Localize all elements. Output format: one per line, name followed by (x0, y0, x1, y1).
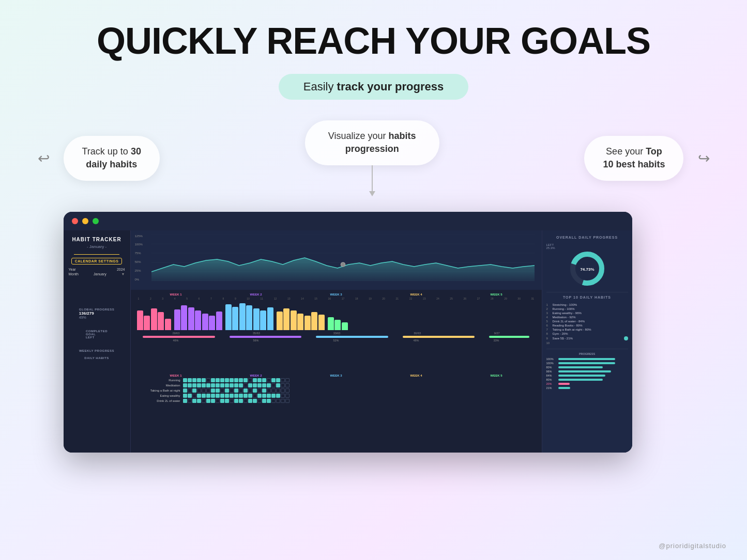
cb[interactable] (271, 388, 276, 393)
cb[interactable] (262, 378, 266, 382)
cb[interactable] (257, 388, 262, 393)
cb[interactable] (220, 378, 224, 382)
cb[interactable] (192, 378, 196, 382)
cb[interactable] (206, 394, 210, 398)
cb[interactable] (216, 378, 220, 382)
cb[interactable] (257, 383, 262, 387)
cb[interactable] (234, 378, 238, 382)
cb[interactable] (253, 388, 257, 393)
cb[interactable] (262, 394, 266, 398)
cb[interactable] (183, 399, 187, 403)
cb[interactable] (220, 399, 224, 403)
cb[interactable] (257, 399, 262, 403)
cb[interactable] (211, 399, 215, 403)
cb[interactable] (230, 399, 234, 403)
cb[interactable] (225, 399, 229, 403)
cb[interactable] (216, 388, 220, 393)
cb[interactable] (183, 388, 187, 393)
cb[interactable] (253, 378, 257, 382)
cb[interactable] (276, 399, 280, 403)
cb[interactable] (197, 383, 201, 387)
cb[interactable] (220, 394, 224, 398)
cb[interactable] (253, 394, 257, 398)
cb[interactable] (281, 383, 285, 387)
cb[interactable] (281, 378, 285, 382)
cb[interactable] (253, 383, 257, 387)
cb[interactable] (262, 383, 266, 387)
cb[interactable] (285, 388, 289, 393)
cb[interactable] (239, 388, 243, 393)
cb[interactable] (230, 383, 234, 387)
cb[interactable] (197, 388, 201, 393)
cb[interactable] (225, 394, 229, 398)
cb[interactable] (239, 383, 243, 387)
cb[interactable] (271, 399, 276, 403)
cb[interactable] (220, 388, 224, 393)
cb[interactable] (253, 399, 257, 403)
cb[interactable] (257, 394, 262, 398)
cb[interactable] (192, 388, 196, 393)
cb[interactable] (220, 383, 224, 387)
cb[interactable] (248, 378, 252, 382)
cb[interactable] (267, 399, 271, 403)
cb[interactable] (262, 388, 266, 393)
cb[interactable] (192, 399, 196, 403)
cb[interactable] (211, 378, 215, 382)
cb[interactable] (243, 378, 248, 382)
cb[interactable] (239, 378, 243, 382)
cb[interactable] (202, 378, 206, 382)
cb[interactable] (230, 394, 234, 398)
cb[interactable] (243, 394, 248, 398)
cb[interactable] (285, 394, 289, 398)
cb[interactable] (248, 399, 252, 403)
cb[interactable] (202, 383, 206, 387)
cb[interactable] (243, 399, 248, 403)
cb[interactable] (276, 378, 280, 382)
cb[interactable] (234, 394, 238, 398)
cb[interactable] (225, 378, 229, 382)
cb[interactable] (285, 378, 289, 382)
cb[interactable] (202, 394, 206, 398)
cb[interactable] (239, 399, 243, 403)
cb[interactable] (285, 383, 289, 387)
cb[interactable] (225, 388, 229, 393)
cb[interactable] (234, 388, 238, 393)
cb[interactable] (206, 378, 210, 382)
cb[interactable] (267, 383, 271, 387)
cb[interactable] (234, 399, 238, 403)
cb[interactable] (271, 383, 276, 387)
cb[interactable] (262, 399, 266, 403)
month-dropdown-icon[interactable]: ▼ (121, 272, 125, 276)
cb[interactable] (183, 394, 187, 398)
cb[interactable] (248, 394, 252, 398)
cb[interactable] (257, 378, 262, 382)
cb[interactable] (211, 388, 215, 393)
cb[interactable] (248, 388, 252, 393)
cb[interactable] (230, 388, 234, 393)
cb[interactable] (225, 383, 229, 387)
cb[interactable] (243, 388, 248, 393)
cb[interactable] (197, 378, 201, 382)
cb[interactable] (271, 378, 276, 382)
cb[interactable] (197, 399, 201, 403)
cb[interactable] (281, 399, 285, 403)
cb[interactable] (188, 378, 192, 382)
cb[interactable] (188, 383, 192, 387)
cb[interactable] (202, 399, 206, 403)
cb[interactable] (276, 394, 280, 398)
cb[interactable] (192, 383, 196, 387)
cb[interactable] (206, 383, 210, 387)
cb[interactable] (267, 394, 271, 398)
cb[interactable] (216, 399, 220, 403)
cb[interactable] (267, 388, 271, 393)
cb[interactable] (267, 378, 271, 382)
cb[interactable] (230, 378, 234, 382)
cb[interactable] (211, 394, 215, 398)
cb[interactable] (202, 388, 206, 393)
cb[interactable] (188, 394, 192, 398)
cb[interactable] (248, 383, 252, 387)
cb[interactable] (188, 388, 192, 393)
cb[interactable] (216, 394, 220, 398)
cb[interactable] (183, 378, 187, 382)
cb[interactable] (192, 394, 196, 398)
